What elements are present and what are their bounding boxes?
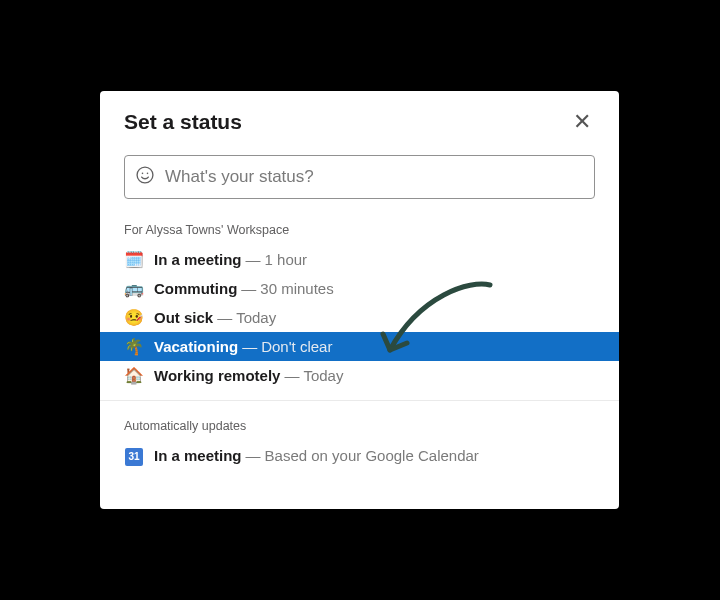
status-input-placeholder: What's your status?: [165, 167, 314, 187]
workspace-options: 🗓️ In a meeting — 1 hour 🚌 Commuting — 3…: [100, 245, 619, 390]
status-option-label: Commuting: [154, 280, 237, 297]
auto-options: 31 In a meeting — Based on your Google C…: [100, 441, 619, 471]
dash: —: [284, 367, 299, 384]
close-button[interactable]: ✕: [569, 109, 595, 135]
sick-emoji-icon: 🤒: [124, 308, 144, 327]
status-option-vacationing[interactable]: 🌴 Vacationing — Don't clear: [100, 332, 619, 361]
calendar-emoji-icon: 🗓️: [124, 250, 144, 269]
status-option-detail: Don't clear: [261, 338, 332, 355]
status-option-detail: 1 hour: [265, 251, 308, 268]
auto-section-label: Automatically updates: [100, 413, 619, 441]
status-option-detail: 30 minutes: [260, 280, 333, 297]
status-option-label: In a meeting: [154, 251, 242, 268]
status-option-label: In a meeting: [154, 447, 242, 464]
dash: —: [246, 251, 261, 268]
status-option-label: Working remotely: [154, 367, 280, 384]
status-option-meeting[interactable]: 🗓️ In a meeting — 1 hour: [100, 245, 619, 274]
status-option-detail: Today: [303, 367, 343, 384]
status-option-sick[interactable]: 🤒 Out sick — Today: [100, 303, 619, 332]
modal-title: Set a status: [124, 110, 242, 134]
svg-point-2: [147, 172, 149, 174]
google-calendar-icon: 31: [124, 446, 144, 466]
status-option-commuting[interactable]: 🚌 Commuting — 30 minutes: [100, 274, 619, 303]
modal-header: Set a status ✕: [100, 91, 619, 145]
bus-emoji-icon: 🚌: [124, 279, 144, 298]
status-option-label: Vacationing: [154, 338, 238, 355]
dash: —: [242, 338, 257, 355]
emoji-picker-icon[interactable]: [135, 165, 155, 190]
set-status-modal: Set a status ✕ What's your status? For A…: [100, 91, 619, 509]
status-option-remote[interactable]: 🏠 Working remotely — Today: [100, 361, 619, 390]
status-option-label: Out sick: [154, 309, 213, 326]
dash: —: [241, 280, 256, 297]
svg-point-0: [137, 167, 153, 183]
status-option-detail: Based on your Google Calendar: [265, 447, 479, 464]
status-option-detail: Today: [236, 309, 276, 326]
dash: —: [246, 447, 261, 464]
svg-point-1: [142, 172, 144, 174]
status-input[interactable]: What's your status?: [124, 155, 595, 199]
status-input-wrap: What's your status?: [124, 155, 595, 199]
house-emoji-icon: 🏠: [124, 366, 144, 385]
workspace-section-label: For Alyssa Towns' Workspace: [100, 217, 619, 245]
palm-emoji-icon: 🌴: [124, 337, 144, 356]
status-option-calendar-meeting[interactable]: 31 In a meeting — Based on your Google C…: [100, 441, 619, 471]
auto-updates-section: Automatically updates 31 In a meeting — …: [100, 400, 619, 471]
dash: —: [217, 309, 232, 326]
